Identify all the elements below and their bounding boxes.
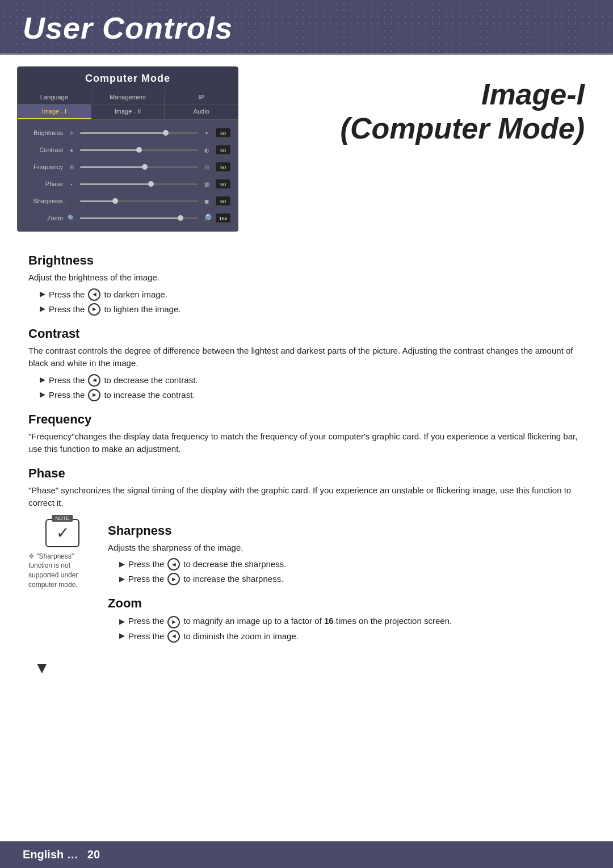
note-sharpness-text: "Sharpness" function is not supported un…	[28, 552, 78, 589]
note-icon-box: NOTE ✓	[45, 519, 79, 547]
tab-ip[interactable]: IP	[165, 90, 238, 104]
sharpness-bullet-2: ▶ Press the ► to increase the sharpness.	[119, 572, 585, 586]
sharpness-track[interactable]	[80, 200, 198, 202]
zoom-track[interactable]	[80, 217, 198, 219]
slider-controls: Brightness ✳ ✦ 50 Contrast ●	[18, 120, 238, 231]
frequency-icon-left: ⊞	[66, 162, 77, 172]
zoom-icon-left: 🔍	[66, 213, 77, 223]
note-container: NOTE ✓ ❖ "Sharpness" function is not sup…	[28, 513, 96, 590]
brightness-description: Adjust the brightness of the image.	[28, 271, 585, 284]
brightness-section: Brightness Adjust the brightness of the …	[28, 253, 585, 316]
phase-section: Phase "Phase" synchronizes the signal ti…	[28, 466, 585, 510]
bullet-arrow-icon: ▶	[119, 630, 125, 642]
brightness-b1-before: Press the	[49, 288, 85, 301]
sharpness-description: Adjusts the sharpness of the image.	[108, 542, 585, 555]
content-area: Brightness Adjust the brightness of the …	[0, 232, 613, 657]
sharpness-b1-before: Press the	[128, 557, 164, 571]
sharpness-row: Sharpness ◾ ◼ 50	[18, 192, 238, 209]
sharpness-bullet-1: ▶ Press the ◄ to decrease the sharpness.	[119, 557, 585, 571]
sharpness-bullets: ▶ Press the ◄ to decrease the sharpness.…	[119, 557, 585, 586]
contrast-track[interactable]	[80, 149, 198, 151]
brightness-value: 50	[215, 128, 231, 138]
contrast-bullets: ▶ Press the ◄ to decrease the contrast. …	[40, 374, 585, 402]
ui-mockup: Computer Mode Language Management IP Ima…	[17, 66, 238, 232]
right-button-icon: ►	[167, 616, 180, 628]
zoom-row: Zoom 🔍 🔎 16x	[18, 209, 238, 227]
right-button-icon: ►	[88, 303, 100, 316]
frequency-value: 50	[215, 162, 231, 172]
bullet-arrow-icon: ▶	[40, 288, 45, 300]
phase-label: Phase	[24, 181, 63, 187]
bullet-arrow-icon: ▶	[119, 559, 125, 571]
ui-tabs: Language Management IP	[18, 90, 238, 104]
contrast-bullet-1: ▶ Press the ◄ to decrease the contrast.	[40, 374, 585, 387]
down-arrow-icon: ▼	[34, 659, 50, 677]
left-button-icon: ◄	[88, 374, 100, 387]
brightness-track[interactable]	[80, 132, 198, 134]
sharpness-b1-after: to decrease the sharpness.	[183, 557, 286, 571]
zoom-b1-after: to magnify an image up to a factor of 16…	[183, 614, 452, 628]
brightness-icon-right: ✦	[201, 128, 212, 138]
sharpness-b2-after: to increase the sharpness.	[183, 572, 283, 586]
frequency-heading: Frequency	[28, 412, 585, 427]
frequency-row: Frequency ⊞ ⊟ 50	[18, 158, 238, 175]
tab-image-1[interactable]: Image - I	[18, 104, 91, 119]
zoom-label: Zoom	[24, 215, 63, 221]
phase-value: 50	[215, 179, 231, 189]
phase-row: Phase ▪ ▦ 50	[18, 175, 238, 192]
phase-track[interactable]	[80, 183, 198, 185]
contrast-icon-left: ●	[66, 145, 77, 155]
bullet-arrow-icon: ▶	[40, 389, 45, 401]
phase-description: "Phase" synchronizes the signal timing o…	[28, 484, 585, 510]
page-title: User Controls	[23, 11, 233, 45]
contrast-description: The contrast controls the degree of diff…	[28, 345, 585, 370]
ui-tabs-row2: Image - I Image - II Audio	[18, 104, 238, 120]
note-checkmark-icon: ✓	[56, 523, 69, 542]
page-header: User Controls	[0, 0, 613, 55]
contrast-b1-after: to decrease the contrast.	[104, 374, 198, 387]
zoom-b2-after: to diminish the zoom in image.	[183, 630, 299, 643]
page-footer: English … 20	[0, 841, 613, 868]
top-section: Computer Mode Language Management IP Ima…	[0, 55, 613, 232]
brightness-b1-after: to darken image.	[104, 288, 167, 301]
contrast-section: Contrast The contrast controls the degre…	[28, 326, 585, 402]
brightness-bullet-2: ▶ Press the ► to lighten the image.	[40, 303, 585, 316]
sharpness-heading: Sharpness	[108, 523, 585, 538]
frequency-description: "Frequency"changes the display data freq…	[28, 430, 585, 456]
tab-management[interactable]: Management	[91, 90, 165, 104]
brightness-row: Brightness ✳ ✦ 50	[18, 124, 238, 141]
zoom-bullets: ▶ Press the ► to magnify an image up to …	[119, 614, 585, 643]
sharpness-icon-left: ◾	[66, 196, 77, 206]
frequency-section: Frequency "Frequency"changes the display…	[28, 412, 585, 456]
contrast-bullet-2: ▶ Press the ► to increase the contrast.	[40, 388, 585, 402]
sharpness-section: Sharpness Adjusts the sharpness of the i…	[108, 513, 585, 645]
contrast-b1-before: Press the	[49, 374, 85, 387]
left-button-icon: ◄	[88, 288, 100, 301]
left-panel: Computer Mode Language Management IP Ima…	[0, 55, 255, 232]
zoom-heading: Zoom	[108, 596, 585, 611]
right-button-icon: ►	[167, 573, 180, 585]
title-line1: Image-I	[481, 78, 585, 111]
right-button-icon: ►	[88, 389, 100, 401]
tab-audio[interactable]: Audio	[165, 104, 238, 119]
contrast-label: Contrast	[24, 146, 63, 153]
sharpness-b2-before: Press the	[128, 572, 164, 586]
frequency-track[interactable]	[80, 166, 198, 168]
brightness-icon-left: ✳	[66, 128, 77, 138]
contrast-icon-right: ◐	[201, 145, 212, 155]
tab-language[interactable]: Language	[18, 90, 91, 104]
frequency-icon-right: ⊟	[201, 162, 212, 172]
sharpness-value: 50	[215, 196, 231, 206]
contrast-heading: Contrast	[28, 326, 585, 341]
zoom-value: 16x	[215, 213, 231, 223]
footer-language: English …	[23, 848, 78, 861]
left-button-icon: ◄	[167, 630, 180, 643]
tab-image-2[interactable]: Image - II	[91, 104, 165, 119]
note-tag-label: NOTE	[52, 515, 73, 522]
contrast-b2-after: to increase the contrast.	[104, 388, 195, 402]
right-title-area: Image-I (Computer Mode)	[255, 55, 613, 232]
bullet-arrow-icon: ▶	[40, 303, 45, 315]
title-line2: (Computer Mode)	[341, 112, 585, 145]
contrast-b2-before: Press the	[49, 388, 85, 402]
brightness-b2-before: Press the	[49, 303, 85, 316]
